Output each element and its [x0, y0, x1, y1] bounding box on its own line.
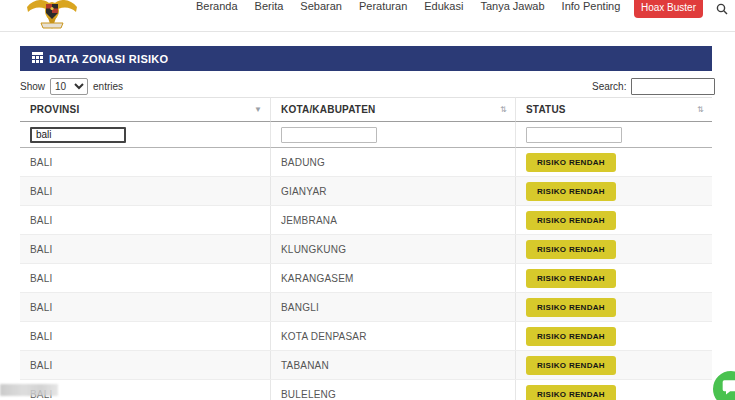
- status-cell: RISIKO RENDAH: [515, 148, 712, 176]
- status-cell: RISIKO RENDAH: [515, 177, 712, 205]
- provinsi-filter-input[interactable]: [30, 127, 126, 143]
- panel-title-bar: DATA ZONASI RISIKO: [20, 46, 712, 71]
- nav-link[interactable]: Berita: [255, 0, 284, 13]
- status-badge: RISIKO RENDAH: [526, 182, 616, 201]
- page-length-select[interactable]: 10: [50, 78, 88, 95]
- kota-cell: KLUNGKUNG: [270, 235, 515, 263]
- status-cell: RISIKO RENDAH: [515, 380, 712, 400]
- status-cell: RISIKO RENDAH: [515, 351, 712, 379]
- table-row[interactable]: BALI KOTA DENPASAR RISIKO RENDAH: [20, 322, 712, 351]
- status-badge: RISIKO RENDAH: [526, 385, 616, 400]
- table-header-row: PROVINSI ▼ KOTA/KABUPATEN ⇅ STATUS ⇅: [20, 97, 712, 122]
- hoax-buster-button[interactable]: Hoax Buster: [634, 0, 703, 18]
- status-cell: RISIKO RENDAH: [515, 322, 712, 350]
- status-badge: RISIKO RENDAH: [526, 298, 616, 317]
- nav-link[interactable]: Beranda: [196, 0, 238, 13]
- main-nav: BerandaBeritaSebaranPeraturanEdukasiTany…: [196, 0, 620, 14]
- provinsi-cell: BALI: [20, 351, 270, 379]
- status-badge: RISIKO RENDAH: [526, 327, 616, 346]
- nav-link[interactable]: Edukasi: [424, 0, 463, 13]
- table-row[interactable]: BALI BADUNG RISIKO RENDAH: [20, 148, 712, 177]
- provinsi-cell: BALI: [20, 235, 270, 263]
- column-label: STATUS: [526, 104, 566, 115]
- kota-filter-input[interactable]: [281, 127, 377, 143]
- chat-fab-button[interactable]: [710, 368, 735, 400]
- top-navbar: BerandaBeritaSebaranPeraturanEdukasiTany…: [0, 0, 735, 32]
- provinsi-cell: BALI: [20, 264, 270, 292]
- column-label: PROVINSI: [30, 104, 79, 115]
- column-header[interactable]: KOTA/KABUPATEN ⇅: [270, 97, 515, 122]
- sort-icon[interactable]: ⇅: [500, 105, 507, 114]
- kota-cell: KARANGASEM: [270, 264, 515, 292]
- status-cell: RISIKO RENDAH: [515, 293, 712, 321]
- garuda-logo-icon: [26, 0, 78, 36]
- status-badge: RISIKO RENDAH: [526, 240, 616, 259]
- filter-row: [20, 122, 712, 148]
- table-row[interactable]: BALI BANGLI RISIKO RENDAH: [20, 293, 712, 322]
- browser-status-text: [0, 384, 58, 396]
- provinsi-cell: BALI: [20, 148, 270, 176]
- provinsi-cell: BALI: [20, 322, 270, 350]
- show-label: Show: [20, 81, 45, 92]
- status-badge: RISIKO RENDAH: [526, 269, 616, 288]
- chat-icon: [721, 377, 735, 400]
- column-header[interactable]: PROVINSI ▼: [20, 97, 270, 122]
- column-header[interactable]: STATUS ⇅: [515, 97, 712, 122]
- provinsi-cell: BALI: [20, 206, 270, 234]
- kota-cell: BULELENG: [270, 380, 515, 400]
- kota-cell: BANGLI: [270, 293, 515, 321]
- status-cell: RISIKO RENDAH: [515, 206, 712, 234]
- table-row[interactable]: BALI KLUNGKUNG RISIKO RENDAH: [20, 235, 712, 264]
- status-cell: RISIKO RENDAH: [515, 235, 712, 263]
- nav-link[interactable]: Sebaran: [300, 0, 342, 13]
- status-badge: RISIKO RENDAH: [526, 356, 616, 375]
- zonasi-risiko-table: PROVINSI ▼ KOTA/KABUPATEN ⇅ STATUS ⇅: [20, 97, 712, 400]
- page: BerandaBeritaSebaranPeraturanEdukasiTany…: [0, 0, 735, 400]
- provinsi-cell: BALI: [20, 177, 270, 205]
- kota-cell: KOTA DENPASAR: [270, 322, 515, 350]
- provinsi-filter-cell: [20, 122, 270, 148]
- table-grid-icon: [32, 52, 43, 65]
- page-length-control: Show 10 entries: [20, 77, 123, 95]
- search-label: Search:: [592, 81, 626, 92]
- status-filter-input[interactable]: [526, 127, 622, 143]
- table-body: BALI BADUNG RISIKO RENDAH BALI GIANYAR R…: [20, 148, 712, 400]
- table-row[interactable]: BALI KARANGASEM RISIKO RENDAH: [20, 264, 712, 293]
- sort-icon[interactable]: ⇅: [697, 105, 704, 114]
- status-filter-cell: [515, 122, 712, 148]
- nav-link[interactable]: Peraturan: [359, 0, 407, 13]
- panel-title: DATA ZONASI RISIKO: [49, 53, 168, 65]
- table-row[interactable]: BALI GIANYAR RISIKO RENDAH: [20, 177, 712, 206]
- entries-label: entries: [93, 81, 123, 92]
- kota-cell: GIANYAR: [270, 177, 515, 205]
- nav-link[interactable]: Info Penting: [562, 0, 621, 13]
- kota-cell: BADUNG: [270, 148, 515, 176]
- status-cell: RISIKO RENDAH: [515, 264, 712, 292]
- table-row[interactable]: BALI JEMBRANA RISIKO RENDAH: [20, 206, 712, 235]
- provinsi-cell: BALI: [20, 293, 270, 321]
- status-badge: RISIKO RENDAH: [526, 153, 616, 172]
- kota-cell: TABANAN: [270, 351, 515, 379]
- status-badge: RISIKO RENDAH: [526, 211, 616, 230]
- kota-cell: JEMBRANA: [270, 206, 515, 234]
- sort-icon[interactable]: ▼: [254, 105, 262, 114]
- search-icon[interactable]: [716, 1, 728, 19]
- table-row[interactable]: BALI TABANAN RISIKO RENDAH: [20, 351, 712, 380]
- nav-link[interactable]: Tanya Jawab: [480, 0, 544, 13]
- table-search-control: Search:: [592, 77, 715, 95]
- table-row[interactable]: BALI BULELENG RISIKO RENDAH: [20, 380, 712, 400]
- column-label: KOTA/KABUPATEN: [281, 104, 375, 115]
- table-search-input[interactable]: [631, 78, 715, 95]
- kota-filter-cell: [270, 122, 515, 148]
